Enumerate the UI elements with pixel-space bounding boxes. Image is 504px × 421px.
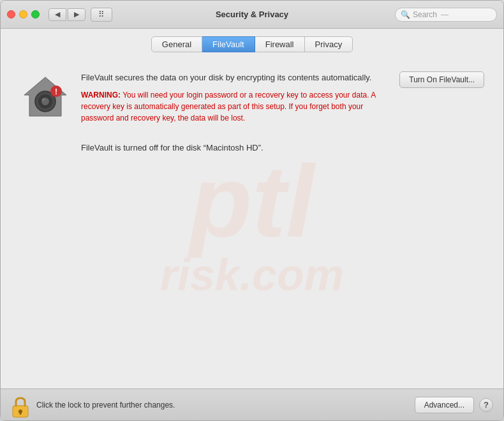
lock-icon[interactable] (11, 395, 30, 415)
forward-icon: ▶ (74, 10, 79, 18)
warning-body: You will need your login password or a r… (81, 91, 376, 122)
back-button[interactable]: ◀ (48, 8, 66, 21)
close-button[interactable] (7, 10, 15, 18)
tab-general[interactable]: General (151, 36, 202, 52)
search-icon: 🔍 (401, 10, 410, 19)
minimize-button[interactable] (19, 10, 27, 18)
content-area: ptl risk.com ! (1, 59, 503, 388)
main-description: FileVault secures the data on your disk … (81, 71, 392, 84)
tab-firewall[interactable]: Firewall (255, 36, 305, 52)
tab-privacy[interactable]: Privacy (305, 36, 353, 52)
warning-text: WARNING: You will need your login passwo… (81, 89, 392, 124)
bottom-right-buttons: Advanced... ? (415, 397, 493, 413)
watermark: ptl risk.com (160, 151, 344, 297)
advanced-button[interactable]: Advanced... (415, 397, 474, 413)
bottom-bar: Click the lock to prevent further change… (1, 388, 503, 420)
titlebar: ◀ ▶ ⠿ Security & Privacy 🔍 Search — (1, 1, 503, 29)
search-box[interactable]: 🔍 Search — (395, 8, 497, 22)
info-text: FileVault secures the data on your disk … (81, 71, 392, 124)
grid-icon: ⠿ (98, 10, 105, 19)
lock-label: Click the lock to prevent further change… (36, 401, 175, 410)
filevault-icon: ! (20, 71, 71, 122)
turn-on-filevault-button[interactable]: Turn On FileVault... (399, 71, 484, 88)
warning-label: WARNING: (81, 91, 121, 100)
search-placeholder: Search (413, 10, 437, 19)
traffic-lights (7, 10, 40, 18)
svg-text:!: ! (55, 87, 57, 96)
back-icon: ◀ (55, 10, 60, 18)
info-section: ! FileVault secures the data on your dis… (20, 71, 484, 124)
grid-button[interactable]: ⠿ (91, 8, 112, 22)
maximize-button[interactable] (31, 10, 40, 18)
main-window: ◀ ▶ ⠿ Security & Privacy 🔍 Search — Gene… (0, 0, 504, 421)
nav-buttons: ◀ ▶ (48, 8, 85, 21)
lock-house-icon: ! (23, 75, 68, 119)
tab-filevault[interactable]: FileVault (202, 36, 255, 52)
window-title: Security & Privacy (216, 10, 288, 19)
filevault-status: FileVault is turned off for the disk “Ma… (20, 143, 484, 152)
forward-button[interactable]: ▶ (68, 8, 85, 21)
svg-rect-9 (20, 411, 22, 415)
lock-wrap: Click the lock to prevent further change… (11, 395, 175, 415)
search-dash: — (441, 10, 448, 19)
help-button[interactable]: ? (479, 398, 493, 412)
tabs-bar: General FileVault Firewall Privacy (1, 29, 503, 59)
svg-point-4 (42, 98, 45, 101)
